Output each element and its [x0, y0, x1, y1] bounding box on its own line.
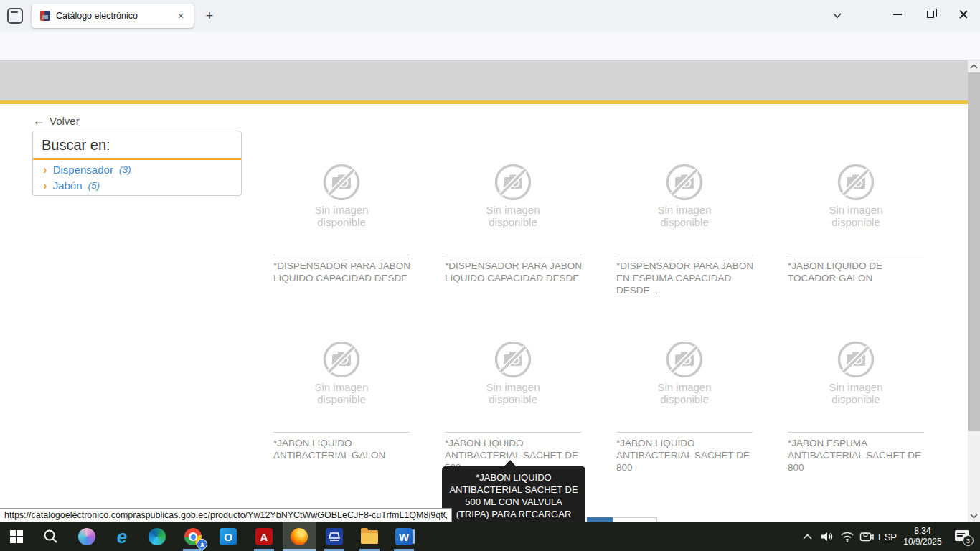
notification-center-button[interactable]: 3 — [947, 522, 979, 551]
site-header: SERC P CATÁLOGO ELECTRÓNICO ☜ Volver al … — [0, 60, 968, 100]
product-title[interactable]: *JABON LIQUIDO ANTIBACTERIAL SACHET DE 8… — [616, 437, 757, 474]
no-image-placeholder: Sin imagen disponible — [273, 164, 410, 228]
acrobat-icon[interactable]: A — [248, 522, 281, 551]
scrollbar-thumb[interactable] — [968, 72, 980, 431]
no-camera-icon — [666, 164, 703, 201]
left-arrow-icon: ← — [32, 113, 45, 128]
browser-tab[interactable]: Catálogo electrónico × — [32, 4, 194, 28]
card-divider — [788, 255, 924, 255]
product-title[interactable]: *JABON ESPUMA ANTIBACTERIAL SACHET DE 80… — [788, 437, 928, 474]
internet-explorer-icon[interactable]: e — [105, 522, 138, 551]
tab-title: Catálogo electrónico — [56, 11, 174, 21]
wifi-icon[interactable] — [837, 522, 858, 551]
no-image-placeholder: Sin imagen disponible — [616, 164, 753, 228]
page-scrollbar[interactable] — [968, 60, 980, 522]
product-title[interactable]: *DISPENSADOR PARA JABON LIQUIDO CAPACIDA… — [445, 260, 585, 284]
no-image-placeholder: Sin imagen disponible — [616, 341, 753, 405]
panel-title: Buscar en: — [42, 137, 232, 154]
no-image-placeholder: Sin imagen disponible — [445, 341, 581, 405]
no-camera-icon — [837, 341, 875, 378]
browser-titlebar: Catálogo electrónico × + — [0, 0, 980, 32]
new-tab-button[interactable]: + — [201, 8, 218, 25]
chrome-profile-badge — [197, 539, 207, 550]
taskbar-search-button[interactable] — [34, 522, 67, 551]
chrome-icon[interactable] — [176, 522, 209, 551]
windows-taskbar: e O A W — [0, 522, 980, 551]
file-explorer-icon[interactable] — [353, 522, 386, 551]
no-camera-icon — [494, 164, 532, 201]
filter-dispensador[interactable]: › Dispensador (3) — [43, 164, 232, 176]
product-card[interactable]: Sin imagen disponible *DISPENSADOR PARA … — [445, 164, 581, 286]
card-divider — [445, 255, 581, 255]
tray-date: 10/9/2025 — [903, 537, 941, 547]
filter-jabon[interactable]: › Jabón (5) — [43, 179, 232, 192]
page-content: ← Volver Buscar en: › Dispensador (3) › … — [0, 104, 968, 522]
product-card[interactable]: Sin imagen disponible *DISPENSADOR PARA … — [273, 164, 410, 286]
panel-accent-rule — [33, 158, 241, 160]
scanner-app-icon[interactable] — [318, 522, 351, 551]
card-divider — [445, 432, 581, 433]
edge-icon[interactable] — [141, 522, 174, 551]
search-in-panel: Buscar en: › Dispensador (3) › Jabón (5) — [32, 131, 242, 196]
no-image-placeholder: Sin imagen disponible — [788, 341, 924, 405]
word-icon[interactable]: W — [387, 522, 420, 551]
no-camera-icon — [837, 164, 875, 201]
card-divider — [616, 255, 753, 255]
notification-icon: 3 — [955, 530, 971, 543]
card-divider — [273, 255, 410, 255]
chevron-right-icon: › — [43, 181, 47, 191]
scroll-up-icon[interactable] — [968, 60, 980, 72]
card-divider — [616, 432, 753, 433]
no-camera-icon — [323, 341, 360, 378]
windows-logo-icon — [10, 530, 23, 543]
clock[interactable]: 8:34 10/9/2025 — [898, 522, 947, 551]
firefox-view-icon[interactable] — [7, 8, 23, 24]
no-image-placeholder: Sin imagen disponible — [788, 164, 924, 228]
no-image-placeholder: Sin imagen disponible — [273, 341, 410, 405]
tab-favicon-icon — [40, 11, 50, 21]
no-image-placeholder: Sin imagen disponible — [445, 164, 581, 228]
tray-chevron-icon[interactable] — [795, 522, 819, 551]
no-camera-icon — [494, 341, 532, 378]
product-title[interactable]: *JABON LIQUIDO ANTIBACTERIAL GALON — [273, 437, 414, 461]
product-card[interactable]: Sin imagen disponible *JABON LIQUIDO ANT… — [445, 341, 581, 463]
tab-list-chevron-icon[interactable] — [831, 10, 844, 20]
firefox-icon[interactable] — [283, 522, 316, 551]
no-camera-icon — [666, 341, 703, 378]
product-title[interactable]: *DISPENSADOR PARA JABON LIQUIDO CAPACIDA… — [273, 260, 414, 284]
product-title[interactable]: *JABON LIQUIDO DE TOCADOR GALON — [788, 260, 928, 284]
tray-time: 8:34 — [903, 526, 941, 537]
card-divider — [788, 432, 924, 433]
product-card[interactable]: Sin imagen disponible *JABON ESPUMA ANTI… — [788, 341, 924, 463]
product-card[interactable]: Sin imagen disponible *JABON LIQUIDO ANT… — [273, 341, 410, 463]
product-card[interactable]: Sin imagen disponible *JABON LIQUIDO ANT… — [616, 341, 753, 463]
window-minimize-button[interactable] — [881, 0, 914, 29]
no-camera-icon — [323, 164, 360, 201]
window-close-button[interactable] — [947, 0, 980, 29]
search-icon — [43, 529, 59, 545]
chevron-right-icon: › — [43, 165, 47, 175]
browser-toolbar: ← → https://catalogoelectronico.comprasp… — [0, 32, 980, 60]
card-divider — [273, 432, 410, 433]
notification-count-badge: 3 — [963, 535, 974, 546]
tab-close-icon[interactable]: × — [174, 9, 188, 23]
volume-icon[interactable] — [816, 522, 838, 551]
product-card[interactable]: Sin imagen disponible *DISPENSADOR PARA … — [616, 164, 753, 286]
scroll-down-icon[interactable] — [968, 510, 980, 522]
product-card[interactable]: Sin imagen disponible *JABON LIQUIDO DE … — [788, 164, 924, 286]
screen: Catálogo electrónico × + ← → https://cat… — [0, 0, 980, 551]
outlook-icon[interactable]: O — [212, 522, 245, 551]
window-restore-button[interactable] — [914, 0, 947, 29]
copilot-icon[interactable] — [70, 522, 103, 551]
product-title[interactable]: *DISPENSADOR PARA JABON EN ESPUMA CAPACI… — [616, 260, 757, 296]
back-volver-link[interactable]: ← Volver — [32, 113, 80, 128]
link-status-bar: https://catalogoelectronico.compraspubli… — [0, 508, 452, 522]
start-button[interactable] — [0, 522, 33, 551]
